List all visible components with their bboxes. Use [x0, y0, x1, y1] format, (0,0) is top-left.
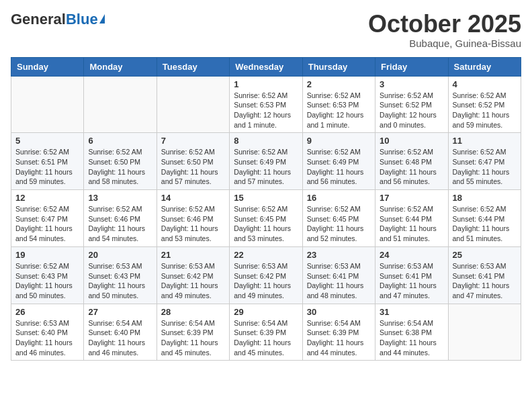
day-info: Sunrise: 6:52 AM Sunset: 6:47 PM Dayligh…: [453, 147, 517, 187]
calendar-cell: 7Sunrise: 6:52 AM Sunset: 6:50 PM Daylig…: [157, 133, 229, 190]
day-number: 21: [161, 250, 225, 260]
day-info: Sunrise: 6:52 AM Sunset: 6:47 PM Dayligh…: [15, 204, 79, 244]
calendar-cell: 13Sunrise: 6:52 AM Sunset: 6:46 PM Dayli…: [84, 190, 157, 247]
day-number: 20: [88, 250, 152, 260]
day-number: 24: [380, 250, 443, 260]
calendar-cell: [448, 304, 521, 361]
calendar-cell: 25Sunrise: 6:53 AM Sunset: 6:41 PM Dayli…: [448, 246, 521, 304]
calendar-header-row: SundayMondayTuesdayWednesdayThursdayFrid…: [11, 57, 521, 76]
day-number: 13: [88, 193, 152, 203]
calendar-cell: 17Sunrise: 6:52 AM Sunset: 6:44 PM Dayli…: [375, 190, 448, 247]
column-header-friday: Friday: [375, 57, 448, 76]
calendar-cell: 10Sunrise: 6:52 AM Sunset: 6:48 PM Dayli…: [375, 133, 448, 190]
day-info: Sunrise: 6:52 AM Sunset: 6:44 PM Dayligh…: [380, 204, 443, 244]
calendar-cell: 30Sunrise: 6:54 AM Sunset: 6:39 PM Dayli…: [302, 304, 375, 361]
calendar-cell: 16Sunrise: 6:52 AM Sunset: 6:45 PM Dayli…: [302, 190, 375, 247]
day-info: Sunrise: 6:52 AM Sunset: 6:53 PM Dayligh…: [307, 91, 371, 130]
calendar-cell: 2Sunrise: 6:52 AM Sunset: 6:53 PM Daylig…: [302, 76, 375, 133]
calendar-cell: 18Sunrise: 6:52 AM Sunset: 6:44 PM Dayli…: [448, 190, 521, 247]
day-info: Sunrise: 6:53 AM Sunset: 6:40 PM Dayligh…: [15, 318, 79, 358]
day-info: Sunrise: 6:53 AM Sunset: 6:41 PM Dayligh…: [307, 261, 371, 301]
day-number: 6: [88, 136, 152, 146]
day-info: Sunrise: 6:53 AM Sunset: 6:41 PM Dayligh…: [453, 261, 517, 301]
calendar-cell: 29Sunrise: 6:54 AM Sunset: 6:39 PM Dayli…: [230, 304, 302, 361]
day-number: 9: [307, 136, 371, 146]
day-info: Sunrise: 6:53 AM Sunset: 6:42 PM Dayligh…: [161, 261, 225, 301]
day-number: 11: [453, 136, 517, 146]
logo-icon: [99, 14, 105, 24]
calendar-cell: 23Sunrise: 6:53 AM Sunset: 6:41 PM Dayli…: [302, 246, 375, 304]
calendar-cell: 27Sunrise: 6:54 AM Sunset: 6:40 PM Dayli…: [84, 304, 157, 361]
calendar-cell: 26Sunrise: 6:53 AM Sunset: 6:40 PM Dayli…: [11, 304, 84, 361]
page-header: General Blue October 2025 Bubaque, Guine…: [11, 11, 521, 49]
logo: General Blue: [11, 11, 105, 28]
day-number: 22: [234, 250, 298, 260]
calendar-cell: 19Sunrise: 6:52 AM Sunset: 6:43 PM Dayli…: [11, 246, 84, 304]
calendar-week-row: 12Sunrise: 6:52 AM Sunset: 6:47 PM Dayli…: [11, 190, 521, 247]
day-number: 29: [234, 307, 298, 317]
day-info: Sunrise: 6:52 AM Sunset: 6:50 PM Dayligh…: [161, 147, 225, 187]
day-number: 28: [161, 307, 225, 317]
day-number: 8: [234, 136, 298, 146]
column-header-saturday: Saturday: [448, 57, 521, 76]
calendar-week-row: 26Sunrise: 6:53 AM Sunset: 6:40 PM Dayli…: [11, 304, 521, 361]
day-info: Sunrise: 6:53 AM Sunset: 6:41 PM Dayligh…: [380, 261, 443, 301]
day-info: Sunrise: 6:54 AM Sunset: 6:38 PM Dayligh…: [380, 318, 443, 358]
calendar-week-row: 5Sunrise: 6:52 AM Sunset: 6:51 PM Daylig…: [11, 133, 521, 190]
day-number: 1: [234, 79, 298, 89]
calendar-week-row: 1Sunrise: 6:52 AM Sunset: 6:53 PM Daylig…: [11, 76, 521, 133]
calendar-cell: 11Sunrise: 6:52 AM Sunset: 6:47 PM Dayli…: [448, 133, 521, 190]
day-info: Sunrise: 6:52 AM Sunset: 6:43 PM Dayligh…: [15, 261, 79, 301]
day-number: 3: [380, 79, 443, 89]
calendar-cell: 8Sunrise: 6:52 AM Sunset: 6:49 PM Daylig…: [230, 133, 302, 190]
day-info: Sunrise: 6:52 AM Sunset: 6:48 PM Dayligh…: [380, 147, 443, 187]
day-number: 17: [380, 193, 443, 203]
day-info: Sunrise: 6:52 AM Sunset: 6:45 PM Dayligh…: [307, 204, 371, 244]
calendar-cell: 20Sunrise: 6:53 AM Sunset: 6:43 PM Dayli…: [84, 246, 157, 304]
calendar-cell: 15Sunrise: 6:52 AM Sunset: 6:45 PM Dayli…: [230, 190, 302, 247]
logo-blue-text: Blue: [66, 11, 98, 28]
calendar-cell: 22Sunrise: 6:53 AM Sunset: 6:42 PM Dayli…: [230, 246, 302, 304]
day-info: Sunrise: 6:54 AM Sunset: 6:39 PM Dayligh…: [307, 318, 371, 358]
calendar-cell: 3Sunrise: 6:52 AM Sunset: 6:52 PM Daylig…: [375, 76, 448, 133]
day-number: 15: [234, 193, 298, 203]
day-info: Sunrise: 6:52 AM Sunset: 6:53 PM Dayligh…: [234, 91, 298, 130]
day-info: Sunrise: 6:54 AM Sunset: 6:39 PM Dayligh…: [161, 318, 225, 358]
calendar-cell: 21Sunrise: 6:53 AM Sunset: 6:42 PM Dayli…: [157, 246, 229, 304]
day-number: 30: [307, 307, 371, 317]
day-number: 5: [15, 136, 79, 146]
day-number: 18: [453, 193, 517, 203]
day-info: Sunrise: 6:52 AM Sunset: 6:49 PM Dayligh…: [234, 147, 298, 187]
title-block: October 2025 Bubaque, Guinea-Bissau: [368, 11, 521, 49]
calendar-cell: 9Sunrise: 6:52 AM Sunset: 6:49 PM Daylig…: [302, 133, 375, 190]
column-header-thursday: Thursday: [302, 57, 375, 76]
day-number: 25: [453, 250, 517, 260]
day-info: Sunrise: 6:52 AM Sunset: 6:46 PM Dayligh…: [161, 204, 225, 244]
calendar-cell: 6Sunrise: 6:52 AM Sunset: 6:50 PM Daylig…: [84, 133, 157, 190]
column-header-monday: Monday: [84, 57, 157, 76]
day-number: 23: [307, 250, 371, 260]
day-number: 12: [15, 193, 79, 203]
day-number: 19: [15, 250, 79, 260]
calendar-cell: 4Sunrise: 6:52 AM Sunset: 6:52 PM Daylig…: [448, 76, 521, 133]
calendar-table: SundayMondayTuesdayWednesdayThursdayFrid…: [11, 57, 521, 361]
day-info: Sunrise: 6:52 AM Sunset: 6:50 PM Dayligh…: [88, 147, 152, 187]
day-info: Sunrise: 6:52 AM Sunset: 6:51 PM Dayligh…: [15, 147, 79, 187]
day-info: Sunrise: 6:52 AM Sunset: 6:46 PM Dayligh…: [88, 204, 152, 244]
day-number: 26: [15, 307, 79, 317]
calendar-cell: [11, 76, 84, 133]
day-number: 27: [88, 307, 152, 317]
day-info: Sunrise: 6:52 AM Sunset: 6:44 PM Dayligh…: [453, 204, 517, 244]
calendar-cell: 1Sunrise: 6:52 AM Sunset: 6:53 PM Daylig…: [230, 76, 302, 133]
day-info: Sunrise: 6:52 AM Sunset: 6:45 PM Dayligh…: [234, 204, 298, 244]
day-info: Sunrise: 6:52 AM Sunset: 6:52 PM Dayligh…: [380, 91, 443, 130]
month-title: October 2025: [368, 11, 521, 38]
logo-general-text: General: [11, 11, 66, 28]
day-info: Sunrise: 6:52 AM Sunset: 6:49 PM Dayligh…: [307, 147, 371, 187]
day-number: 14: [161, 193, 225, 203]
day-info: Sunrise: 6:52 AM Sunset: 6:52 PM Dayligh…: [453, 91, 517, 130]
calendar-cell: [84, 76, 157, 133]
day-number: 7: [161, 136, 225, 146]
calendar-cell: [157, 76, 229, 133]
calendar-cell: 24Sunrise: 6:53 AM Sunset: 6:41 PM Dayli…: [375, 246, 448, 304]
